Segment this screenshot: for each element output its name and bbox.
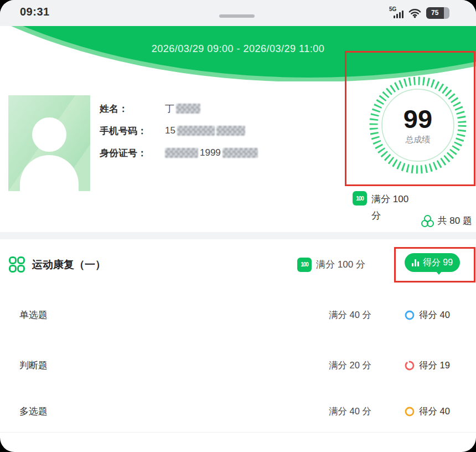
row-label: 单选题 [19,290,48,340]
id-value: 1999 [165,147,258,158]
status-bar: 09:31 5G 75 [0,0,476,26]
battery-icon: 75 [426,7,449,19]
id-label: 身份证号： [100,147,165,160]
avatar [8,95,90,191]
score-meta: 100 满分 100 分 共 80 题 [353,191,472,229]
row-score: 得分 40 [419,290,450,340]
signal-bars-icon [394,11,403,18]
clock: 09:31 [20,6,50,18]
battery-percent: 75 [431,9,438,17]
phone-redacted-2 [216,126,245,136]
name-value: 丁 [165,102,200,115]
question-count-icon [421,215,434,227]
annotation-rect-total-score [345,51,475,186]
name-label: 姓名： [100,102,165,115]
progress-circle-blue [405,310,415,320]
row-score: 得分 40 [419,391,450,432]
id-row: 身份证号： 1999 [100,142,258,164]
paper-100-icon: 100 [297,258,312,272]
phone-value: 15 [165,125,245,136]
app-screen: 09:31 5G 75 2026/03/29 09:00 - 2026/03/2… [0,0,476,452]
name-row: 姓名： 丁 [100,97,258,120]
id-visible-text: 1999 [200,147,221,158]
paper-full-score-text: 满分 100 分 [316,258,365,271]
section-divider [0,232,476,239]
name-visible-text: 丁 [165,102,174,115]
cellular-signal-icon: 5G [389,7,403,19]
full-score-100-icon: 100 [353,191,367,206]
row-full-score: 满分 40 分 [329,391,371,432]
wifi-icon [408,8,421,18]
phone-label: 手机号码： [100,125,165,137]
progress-circle-red [405,361,415,371]
candidate-info: 姓名： 丁 手机号码： 15 身份证号： 1999 [100,97,258,164]
row-label: 判断题 [19,340,48,391]
camera-notch [219,14,255,18]
grid-icon [9,256,25,273]
row-score: 得分 19 [419,340,450,391]
phone-visible-text: 15 [165,125,175,136]
progress-circle-orange [405,407,415,417]
id-redacted-2 [223,148,258,158]
result-row-multi-choice: 多选题 满分 40 分 得分 40 [0,391,476,433]
paper-title: 运动康复（一） [32,239,106,290]
row-full-score: 满分 20 分 [329,340,371,391]
full-score-text: 满分 100 分 [371,191,420,224]
id-redacted-1 [165,148,198,158]
phone-redacted [177,126,215,136]
paper-full-score: 100 满分 100 分 [297,239,365,290]
row-label: 多选题 [19,391,48,432]
result-row-true-false: 判断题 满分 20 分 得分 19 [0,340,476,391]
result-row-single-choice: 单选题 满分 40 分 得分 40 [0,290,476,341]
phone-row: 手机号码： 15 [100,120,258,142]
status-icons: 5G 75 [389,6,449,19]
avatar-head-shape [32,117,66,152]
question-count-text: 共 80 题 [438,214,472,227]
avatar-body-shape [20,155,79,191]
annotation-rect-score-badge [394,247,475,282]
row-full-score: 满分 40 分 [329,290,371,340]
name-redacted [176,104,200,114]
question-count-meta: 共 80 题 [421,214,472,227]
